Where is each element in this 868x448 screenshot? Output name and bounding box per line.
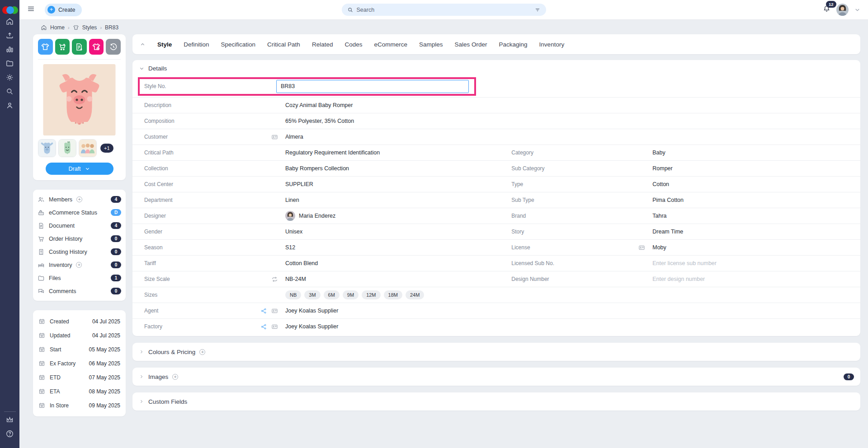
rail-profile-button[interactable] bbox=[0, 99, 19, 113]
field-placeholder[interactable]: Enter design number bbox=[652, 276, 705, 282]
rail-settings-button[interactable] bbox=[0, 71, 19, 85]
tab-specification[interactable]: Specification bbox=[221, 41, 256, 48]
section-title: Details bbox=[148, 65, 167, 72]
create-document-action-button[interactable] bbox=[72, 39, 87, 55]
sidebar-item-comments[interactable]: Comments 0 bbox=[38, 285, 121, 298]
count-badge: 4 bbox=[111, 222, 121, 229]
field-value[interactable]: Pima Cotton bbox=[652, 197, 684, 203]
field-value[interactable]: Joey Koalas Supplier bbox=[285, 308, 338, 314]
custom-fields-section[interactable]: Custom Fields bbox=[132, 392, 860, 411]
field-value[interactable]: S12 bbox=[285, 244, 295, 251]
rail-divider bbox=[4, 411, 16, 412]
field-value[interactable]: Baby Rompers Collection bbox=[285, 165, 349, 172]
user-avatar[interactable] bbox=[836, 4, 849, 16]
sidebar-item-order-history[interactable]: Order History 0 bbox=[38, 232, 121, 245]
contact-card-icon[interactable] bbox=[271, 134, 278, 140]
rail-home-button[interactable] bbox=[0, 15, 19, 29]
rail-roadmap-button[interactable] bbox=[0, 414, 19, 428]
sidebar-item-document[interactable]: Document 4 bbox=[38, 219, 121, 232]
account-menu-chevron[interactable] bbox=[854, 6, 861, 13]
thumbnail-dino-romper[interactable] bbox=[58, 139, 76, 157]
sidebar-item-costing-history[interactable]: Costing History 0 bbox=[38, 245, 121, 258]
tab-related[interactable]: Related bbox=[312, 41, 333, 48]
field-value[interactable]: Baby bbox=[652, 149, 665, 156]
tab-samples[interactable]: Samples bbox=[419, 41, 443, 48]
contact-card-icon[interactable] bbox=[638, 244, 645, 251]
create-order-action-button[interactable] bbox=[55, 39, 70, 55]
sidebar-item-ecommerce-status[interactable]: eCommerce Status D bbox=[38, 206, 121, 219]
field-value[interactable]: 65% Polyester, 35% Cotton bbox=[285, 118, 354, 124]
field-value[interactable]: Unisex bbox=[285, 229, 302, 235]
field-value[interactable]: Tahra bbox=[652, 213, 666, 219]
rail-folder-button[interactable] bbox=[0, 57, 19, 71]
field-value[interactable]: Dream Time bbox=[652, 229, 683, 235]
tab-sales-order[interactable]: Sales Order bbox=[455, 41, 487, 48]
product-main-image[interactable] bbox=[43, 64, 116, 135]
tab-critical-path[interactable]: Critical Path bbox=[267, 41, 300, 48]
rail-upload-button[interactable] bbox=[0, 29, 19, 43]
repeat-icon[interactable] bbox=[271, 276, 278, 283]
sidebar-item-members[interactable]: Members + 4 bbox=[38, 193, 121, 206]
search-icon bbox=[5, 87, 14, 98]
field-value[interactable]: Romper bbox=[652, 165, 672, 172]
field-value[interactable]: Linen bbox=[285, 197, 299, 203]
status-dropdown-button[interactable]: Draft bbox=[46, 163, 113, 175]
add-inventory-icon[interactable]: + bbox=[76, 262, 82, 268]
contact-card-icon[interactable] bbox=[271, 308, 278, 314]
field-value[interactable]: Cotton bbox=[652, 181, 669, 187]
thumbnail-elephant-romper[interactable] bbox=[38, 139, 56, 157]
notifications-button[interactable]: 12 bbox=[822, 5, 831, 15]
hamburger-menu-button[interactable] bbox=[27, 5, 36, 15]
add-colour-icon[interactable]: + bbox=[199, 349, 205, 355]
colours-pricing-section[interactable]: Colours & Pricing + bbox=[132, 343, 860, 361]
field-value[interactable]: SUPPLIER bbox=[285, 181, 313, 187]
collapse-tabs-chevron[interactable] bbox=[140, 42, 146, 47]
designer-field[interactable]: Maria Enderez bbox=[285, 211, 335, 221]
rail-analytics-button[interactable] bbox=[0, 43, 19, 57]
details-section: Details Style No. DescriptionCozy Animal… bbox=[132, 60, 860, 336]
field-value[interactable]: Almera bbox=[285, 134, 303, 140]
field-value[interactable]: NB-24M bbox=[285, 276, 306, 282]
thumbnail-babies-photo[interactable] bbox=[79, 139, 97, 157]
tab-inventory[interactable]: Inventory bbox=[539, 41, 565, 48]
field-label: Story bbox=[511, 229, 645, 235]
create-button[interactable]: + Create bbox=[45, 4, 82, 16]
tab-ecommerce[interactable]: eCommerce bbox=[374, 41, 407, 48]
breadcrumb-home[interactable]: Home bbox=[50, 24, 65, 31]
sidebar-item-files[interactable]: Files 1 bbox=[38, 271, 121, 285]
sidebar-item-inventory[interactable]: Inventory + 0 bbox=[38, 258, 121, 271]
filter-icon[interactable] bbox=[534, 7, 541, 13]
field-value[interactable]: Cotton Blend bbox=[285, 260, 318, 266]
add-image-icon[interactable]: + bbox=[172, 374, 178, 380]
document-plus-icon bbox=[75, 42, 84, 51]
images-section[interactable]: Images + 0 bbox=[132, 368, 860, 386]
tab-definition[interactable]: Definition bbox=[184, 41, 209, 48]
share-icon[interactable] bbox=[260, 308, 267, 314]
style-no-input[interactable] bbox=[276, 80, 469, 93]
breadcrumb-styles[interactable]: Styles bbox=[82, 24, 97, 31]
more-images-badge[interactable]: +1 bbox=[100, 144, 113, 153]
tab-packaging[interactable]: Packaging bbox=[499, 41, 528, 48]
tab-codes[interactable]: Codes bbox=[344, 41, 362, 48]
rail-help-button[interactable] bbox=[0, 428, 19, 442]
field-label: Agent bbox=[144, 308, 260, 314]
tab-style[interactable]: Style bbox=[157, 41, 172, 48]
create-style-action-button[interactable] bbox=[38, 39, 53, 55]
search-input[interactable] bbox=[357, 7, 531, 13]
contact-card-icon[interactable] bbox=[271, 323, 278, 330]
detail-row-customer: CustomerAlmera bbox=[132, 129, 860, 145]
field-value[interactable]: Joey Koalas Supplier bbox=[285, 323, 338, 330]
rail-search-button[interactable] bbox=[0, 85, 19, 99]
field-value[interactable]: Regulatory Requirement Identification bbox=[285, 149, 380, 156]
details-section-header[interactable]: Details bbox=[132, 60, 860, 75]
app-logo[interactable] bbox=[2, 5, 18, 15]
share-icon[interactable] bbox=[260, 323, 267, 330]
history-action-button[interactable] bbox=[106, 39, 121, 55]
create-colorway-action-button[interactable] bbox=[89, 39, 104, 55]
count-badge: 4 bbox=[111, 196, 121, 203]
calendar-icon bbox=[38, 318, 45, 325]
field-placeholder[interactable]: Enter license sub number bbox=[652, 260, 717, 266]
add-member-icon[interactable]: + bbox=[76, 196, 82, 202]
field-value[interactable]: Moby bbox=[652, 244, 666, 251]
field-value[interactable]: Cozy Animal Baby Romper bbox=[285, 102, 353, 108]
